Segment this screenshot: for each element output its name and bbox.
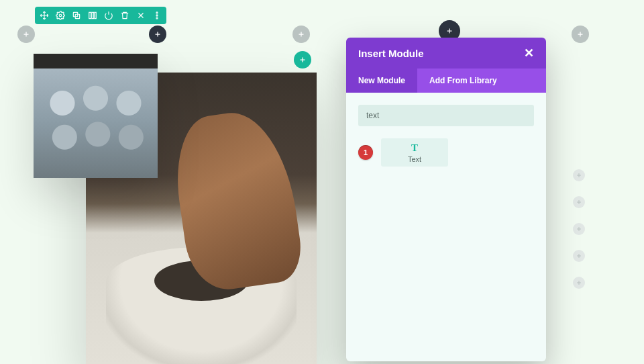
insert-module-modal: Insert Module ✕ New Module Add From Libr…: [346, 38, 546, 361]
modal-tabs: New Module Add From Library: [346, 69, 546, 93]
close-icon[interactable]: [136, 10, 146, 21]
modal-body: 1 T Text: [346, 93, 546, 361]
module-search-input[interactable]: [358, 105, 534, 126]
text-icon: T: [411, 142, 418, 154]
tab-add-from-library[interactable]: Add From Library: [417, 69, 509, 93]
add-section-button-2[interactable]: [292, 26, 310, 43]
add-section-button[interactable]: [17, 26, 35, 43]
modal-title: Insert Module: [358, 48, 424, 59]
add-module-button[interactable]: [149, 26, 166, 43]
duplicate-icon[interactable]: [71, 10, 82, 21]
gear-icon[interactable]: [55, 10, 66, 21]
add-small-3[interactable]: [573, 223, 585, 235]
svg-point-7: [156, 15, 158, 16]
svg-rect-5: [95, 12, 96, 18]
add-row-button[interactable]: [294, 51, 311, 69]
add-section-button-3[interactable]: [572, 26, 589, 43]
svg-point-0: [59, 14, 62, 17]
module-label: Text: [408, 155, 421, 163]
add-small-4[interactable]: [573, 250, 585, 262]
column-icon[interactable]: [87, 10, 98, 21]
add-small-1[interactable]: [573, 169, 585, 181]
add-small-2[interactable]: [573, 196, 585, 208]
tab-new-module[interactable]: New Module: [346, 69, 417, 93]
svg-rect-4: [92, 12, 94, 18]
annotation-badge: 1: [358, 145, 373, 160]
module-result-row: 1 T Text: [358, 138, 534, 167]
module-text[interactable]: T Text: [381, 138, 448, 167]
trash-icon[interactable]: [119, 10, 130, 21]
row-toolbar: [35, 7, 166, 24]
more-icon[interactable]: [152, 10, 162, 21]
move-icon[interactable]: [39, 10, 50, 21]
modal-close-icon[interactable]: ✕: [524, 47, 534, 59]
modal-header: Insert Module ✕: [346, 38, 546, 69]
image-pottery-hand: [168, 105, 306, 294]
svg-point-8: [156, 17, 158, 19]
svg-point-6: [156, 12, 158, 13]
svg-rect-3: [89, 12, 91, 18]
power-icon[interactable]: [103, 10, 114, 21]
add-small-5[interactable]: [573, 277, 585, 289]
image-cups: [34, 54, 158, 178]
